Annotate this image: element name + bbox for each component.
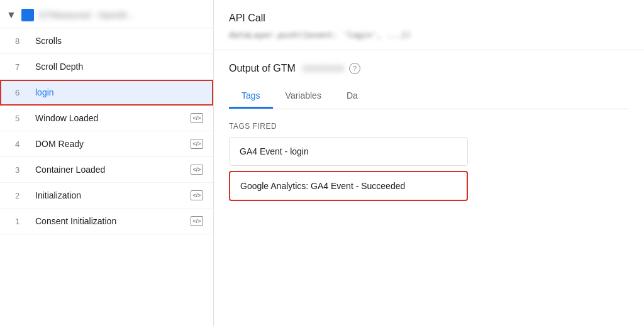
item-number: 8 bbox=[15, 36, 28, 46]
help-icon[interactable]: ? bbox=[349, 63, 360, 74]
item-number: 2 bbox=[15, 191, 28, 200]
item-label: Initialization bbox=[35, 190, 191, 200]
item-label: DOM Ready bbox=[35, 139, 191, 149]
code-icon: </> bbox=[191, 139, 203, 149]
sidebar-item-container-loaded[interactable]: 3 Container Loaded </> bbox=[0, 157, 213, 183]
tab-data[interactable]: Da bbox=[334, 84, 370, 109]
item-label: Container Loaded bbox=[35, 165, 191, 175]
sidebar-item-dom-ready[interactable]: 4 DOM Ready </> bbox=[0, 131, 213, 157]
item-label: login bbox=[35, 87, 203, 97]
sidebar-header[interactable]: ▼ GTMeasured - Openth... bbox=[0, 0, 213, 28]
item-number: 1 bbox=[15, 217, 28, 226]
tag-card-ga4-succeeded[interactable]: Google Analytics: GA4 Event - Succeeded bbox=[229, 171, 468, 201]
api-call-section: API Call dataLayer.push({event: 'login',… bbox=[214, 0, 644, 50]
output-title: Output of GTM bbox=[229, 63, 296, 74]
gtm-icon bbox=[21, 9, 34, 21]
tab-tags[interactable]: Tags bbox=[229, 84, 273, 109]
tag-card-label: Google Analytics: GA4 Event - Succeeded bbox=[240, 181, 405, 191]
sidebar-item-login[interactable]: 6 login bbox=[0, 80, 213, 106]
code-icon: </> bbox=[191, 216, 203, 226]
item-label: Window Loaded bbox=[35, 113, 191, 123]
tags-fired-label: Tags Fired bbox=[229, 122, 629, 131]
sidebar-item-scroll-depth[interactable]: 7 Scroll Depth bbox=[0, 54, 213, 80]
code-icon: </> bbox=[191, 190, 203, 200]
item-number: 5 bbox=[15, 114, 28, 123]
item-label: Scroll Depth bbox=[35, 62, 203, 72]
item-number: 7 bbox=[15, 62, 28, 72]
sidebar-item-scrolls[interactable]: 8 Scrolls bbox=[0, 28, 213, 54]
output-title-row: Output of GTM ·XXXXXXX ? bbox=[229, 63, 629, 74]
output-section: Output of GTM ·XXXXXXX ? Tags Variables … bbox=[214, 50, 644, 326]
sidebar: ▼ GTMeasured - Openth... 8 Scrolls 7 Scr… bbox=[0, 0, 214, 326]
tag-card-ga4-event[interactable]: GA4 Event - login bbox=[229, 137, 468, 166]
chevron-down-icon[interactable]: ▼ bbox=[6, 9, 16, 21]
sidebar-item-consent-initialization[interactable]: 1 Consent Initialization </> bbox=[0, 209, 213, 234]
tabs-row: Tags Variables Da bbox=[229, 84, 629, 109]
output-container-id: ·XXXXXXX bbox=[301, 63, 344, 73]
item-number: 6 bbox=[15, 88, 28, 97]
item-number: 4 bbox=[15, 139, 28, 149]
sidebar-title: GTMeasured - Openth... bbox=[39, 10, 135, 20]
code-icon: </> bbox=[191, 165, 203, 175]
tag-card-label: GA4 Event - login bbox=[240, 146, 309, 156]
tab-variables[interactable]: Variables bbox=[273, 84, 334, 109]
item-label: Consent Initialization bbox=[35, 216, 191, 226]
item-number: 3 bbox=[15, 165, 28, 175]
code-icon: </> bbox=[191, 113, 203, 123]
main-panel: API Call dataLayer.push({event: 'login',… bbox=[214, 0, 644, 326]
sidebar-item-initialization[interactable]: 2 Initialization </> bbox=[0, 183, 213, 209]
api-call-title: API Call bbox=[229, 13, 629, 24]
sidebar-item-window-loaded[interactable]: 5 Window Loaded </> bbox=[0, 106, 213, 131]
item-label: Scrolls bbox=[35, 36, 203, 46]
event-list: 8 Scrolls 7 Scroll Depth 6 login 5 Windo… bbox=[0, 28, 213, 234]
api-call-code: dataLayer.push({event: 'login', ...}) bbox=[229, 30, 629, 40]
